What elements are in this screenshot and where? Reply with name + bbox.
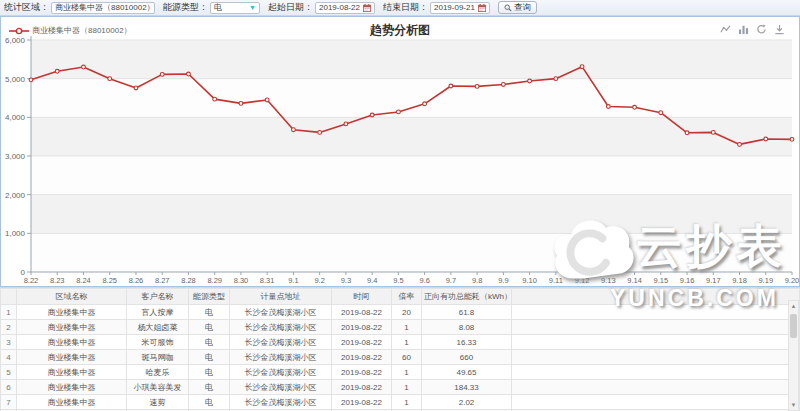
table-cell bbox=[512, 335, 800, 350]
trend-line-chart[interactable]: 01,0002,0003,0004,0005,0006,0008.228.238… bbox=[1, 32, 799, 286]
svg-text:9.19: 9.19 bbox=[758, 276, 773, 285]
trend-chart-panel: 趋势分析图 商业楼集中器（88010002） bbox=[0, 16, 800, 287]
table-scrollbar[interactable]: ▲ ▼ bbox=[788, 300, 799, 411]
table-row[interactable]: 5商业楼集中器哈麦乐电长沙金茂梅溪湖小区2019-08-22149.65 bbox=[1, 365, 800, 380]
svg-text:8.24: 8.24 bbox=[76, 276, 91, 285]
row-number-cell: 7 bbox=[1, 395, 17, 410]
table-cell: 1 bbox=[392, 335, 422, 350]
table-cell: 2019-08-22 bbox=[332, 335, 392, 350]
end-date-label: 结束日期： bbox=[383, 1, 428, 14]
svg-text:9.5: 9.5 bbox=[393, 276, 403, 285]
energy-type-select[interactable]: 电 ▼ bbox=[210, 2, 260, 14]
svg-text:2,000: 2,000 bbox=[5, 191, 26, 200]
table-cell: 2019-08-22 bbox=[332, 350, 392, 365]
table-cell: 长沙金茂梅溪湖小区 bbox=[230, 335, 332, 350]
table-cell bbox=[512, 395, 800, 410]
table-cell: 长沙金茂梅溪湖小区 bbox=[230, 350, 332, 365]
table-cell: 杨大姐卤菜 bbox=[127, 320, 189, 335]
stat-area-label: 统计区域： bbox=[4, 1, 49, 14]
table-cell: 商业楼集中器 bbox=[17, 350, 127, 365]
svg-text:8.22: 8.22 bbox=[24, 276, 39, 285]
table-cell: 斑马网咖 bbox=[127, 350, 189, 365]
svg-text:9.7: 9.7 bbox=[446, 276, 456, 285]
table-cell: 1 bbox=[392, 365, 422, 380]
table-cell: 长沙金茂梅溪湖小区 bbox=[230, 395, 332, 410]
table-row[interactable]: 1商业楼集中器盲人按摩电长沙金茂梅溪湖小区2019-08-222061.8 bbox=[1, 305, 800, 320]
end-date-value: 2019-09-21 bbox=[434, 3, 475, 12]
table-cell bbox=[512, 320, 800, 335]
column-header[interactable] bbox=[512, 289, 800, 305]
column-header[interactable]: 正向有功总能耗（kWh） bbox=[422, 289, 512, 305]
table-row[interactable]: 7商业楼集中器速剪电长沙金茂梅溪湖小区2019-08-2212.02 bbox=[1, 395, 800, 410]
table-cell: 660 bbox=[422, 350, 512, 365]
svg-text:9.13: 9.13 bbox=[601, 276, 616, 285]
table-cell: 1 bbox=[392, 320, 422, 335]
svg-text:8.31: 8.31 bbox=[260, 276, 275, 285]
row-number-cell: 3 bbox=[1, 335, 17, 350]
svg-text:9.20: 9.20 bbox=[785, 276, 799, 285]
scroll-up-icon[interactable]: ▲ bbox=[791, 301, 797, 311]
row-number-cell: 1 bbox=[1, 305, 17, 320]
svg-text:1,000: 1,000 bbox=[5, 229, 26, 238]
table-cell: 哈麦乐 bbox=[127, 365, 189, 380]
table-header: 区域名称客户名称能源类型计量点地址时间倍率正向有功总能耗（kWh） bbox=[1, 289, 800, 305]
stat-area-value: 商业楼集中器（88010002） bbox=[55, 2, 155, 13]
table-row[interactable]: 3商业楼集中器米可服饰电长沙金茂梅溪湖小区2019-08-22116.33 bbox=[1, 335, 800, 350]
readings-table: 区域名称客户名称能源类型计量点地址时间倍率正向有功总能耗（kWh） 1商业楼集中… bbox=[0, 287, 800, 411]
table-cell: 20 bbox=[392, 305, 422, 320]
table-cell: 2019-08-22 bbox=[332, 365, 392, 380]
end-date-input[interactable]: 2019-09-21 bbox=[430, 2, 490, 14]
scrollbar-thumb[interactable] bbox=[790, 314, 797, 338]
svg-text:8.30: 8.30 bbox=[234, 276, 249, 285]
svg-text:9.1: 9.1 bbox=[288, 276, 298, 285]
column-header[interactable]: 计量点地址 bbox=[230, 289, 332, 305]
table-cell: 61.8 bbox=[422, 305, 512, 320]
table-cell: 电 bbox=[189, 335, 230, 350]
stat-area-input[interactable]: 商业楼集中器（88010002） bbox=[51, 2, 155, 14]
calendar-icon[interactable] bbox=[478, 4, 486, 12]
svg-text:9.4: 9.4 bbox=[367, 276, 377, 285]
table-cell: 商业楼集中器 bbox=[17, 305, 127, 320]
table-cell: 电 bbox=[189, 350, 230, 365]
start-date-input[interactable]: 2019-08-22 bbox=[315, 2, 375, 14]
row-number-cell: 5 bbox=[1, 365, 17, 380]
table-cell: 商业楼集中器 bbox=[17, 380, 127, 395]
table-cell: 商业楼集中器 bbox=[17, 320, 127, 335]
query-button[interactable]: 查询 bbox=[498, 1, 537, 14]
table-cell: 184.33 bbox=[422, 380, 512, 395]
scroll-down-icon[interactable]: ▼ bbox=[791, 400, 797, 410]
table-cell: 电 bbox=[189, 380, 230, 395]
column-header[interactable]: 倍率 bbox=[392, 289, 422, 305]
svg-text:5,000: 5,000 bbox=[5, 75, 26, 84]
svg-text:8.23: 8.23 bbox=[50, 276, 65, 285]
table-row[interactable]: 6商业楼集中器小琪美容美发电长沙金茂梅溪湖小区2019-08-221184.33 bbox=[1, 380, 800, 395]
table-cell: 1 bbox=[392, 395, 422, 410]
table-row[interactable]: 4商业楼集中器斑马网咖电长沙金茂梅溪湖小区2019-08-2260660 bbox=[1, 350, 800, 365]
column-header[interactable]: 时间 bbox=[332, 289, 392, 305]
row-number-cell: 6 bbox=[1, 380, 17, 395]
energy-type-label: 能源类型： bbox=[163, 1, 208, 14]
table-cell: 米可服饰 bbox=[127, 335, 189, 350]
svg-text:4,000: 4,000 bbox=[5, 113, 26, 122]
search-icon bbox=[504, 4, 512, 12]
svg-text:6,000: 6,000 bbox=[5, 36, 26, 45]
table-cell bbox=[512, 305, 800, 320]
column-header[interactable]: 能源类型 bbox=[189, 289, 230, 305]
table-cell: 电 bbox=[189, 320, 230, 335]
calendar-icon[interactable] bbox=[363, 4, 371, 12]
svg-text:9.11: 9.11 bbox=[549, 276, 563, 285]
query-toolbar: 统计区域： 商业楼集中器（88010002） 能源类型： 电 ▼ 起始日期： 2… bbox=[0, 0, 800, 16]
column-header[interactable]: 区域名称 bbox=[17, 289, 127, 305]
query-button-label: 查询 bbox=[514, 2, 531, 14]
table-cell: 16.33 bbox=[422, 335, 512, 350]
table-row[interactable]: 2商业楼集中器杨大姐卤菜电长沙金茂梅溪湖小区2019-08-2218.08 bbox=[1, 320, 800, 335]
column-header[interactable]: 客户名称 bbox=[127, 289, 189, 305]
table-cell: 2019-08-22 bbox=[332, 380, 392, 395]
svg-text:8.29: 8.29 bbox=[207, 276, 222, 285]
column-header[interactable] bbox=[1, 289, 17, 305]
svg-text:9.15: 9.15 bbox=[653, 276, 668, 285]
table-cell bbox=[512, 380, 800, 395]
table-cell: 长沙金茂梅溪湖小区 bbox=[230, 365, 332, 380]
table-cell: 2019-08-22 bbox=[332, 305, 392, 320]
svg-text:9.8: 9.8 bbox=[472, 276, 482, 285]
